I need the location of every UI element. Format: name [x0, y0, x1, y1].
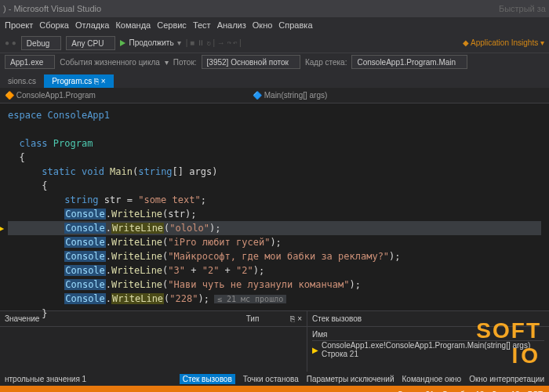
tab-other[interactable]: sions.cs	[0, 74, 44, 88]
stackframe-dropdown[interactable]: ConsoleApp1.Program.Main	[351, 55, 467, 69]
stack-label: Кадр стека:	[305, 58, 347, 67]
app-insights[interactable]: ◆ Application Insights ▾	[463, 38, 544, 47]
tab-program-cs[interactable]: Program.cs ⎘ ×	[44, 74, 114, 88]
menu-test[interactable]: Тест	[193, 20, 211, 30]
menu-project[interactable]: Проект	[5, 20, 33, 30]
document-tabs: sions.cs Program.cs ⎘ ×	[0, 71, 549, 88]
menu-build[interactable]: Сборка	[39, 20, 69, 30]
menu-analyze[interactable]: Анализ	[217, 20, 246, 30]
window-title: ) - Microsoft Visual Studio	[3, 4, 101, 13]
menu-tools[interactable]: Сервис	[157, 20, 187, 30]
footer-tab-command[interactable]: Командное окно	[402, 375, 462, 383]
pin-icon[interactable]: ⎘	[94, 77, 99, 85]
continue-label: Продолжить	[129, 38, 173, 47]
thread-label: Поток:	[173, 58, 197, 67]
arrow-icon: ▶	[312, 346, 318, 354]
thread-dropdown[interactable]: [3952] Основной поток	[202, 55, 300, 69]
context-scope[interactable]: 🔶 ConsoleApp1.Program	[5, 91, 96, 100]
search-hint[interactable]: Быстрый за	[499, 4, 546, 13]
footer-tabs-row: нтрольные значения 1 Стек вызовов Точки …	[0, 372, 549, 386]
close-icon[interactable]: ×	[101, 77, 106, 85]
status-bar: Строка 21 Столбец 13 Знак 13 ВСТ	[0, 386, 549, 392]
debug-toolbar: App1.exe События жизненного цикла ▾ Пото…	[0, 53, 549, 71]
perf-hint: ≤ 21 мс прошло	[214, 295, 286, 303]
title-bar: ) - Microsoft Visual Studio Быстрый за	[0, 0, 549, 17]
config-dropdown[interactable]: Debug	[21, 36, 61, 50]
callstack-col-name: Имя	[312, 330, 544, 341]
menu-bar: Проект Сборка Отладка Команда Сервис Тес…	[0, 17, 549, 33]
context-method[interactable]: 🔷 Main(string[] args)	[253, 91, 327, 100]
footer-tab-exceptions[interactable]: Параметры исключений	[307, 375, 394, 383]
menu-team[interactable]: Команда	[115, 20, 151, 30]
code-editor[interactable]: espace ConsoleApp1 class Program { stati…	[0, 103, 549, 310]
menu-help[interactable]: Справка	[278, 20, 312, 30]
menu-debug[interactable]: Отладка	[75, 20, 109, 30]
execution-pointer-icon: ▶	[0, 221, 4, 235]
context-bar: 🔶 ConsoleApp1.Program 🔷 Main(string[] ar…	[0, 88, 549, 103]
footer-tab-callstack[interactable]: Стек вызовов	[180, 374, 235, 384]
callstack-row[interactable]: ▶ ConsoleApp1.exe!ConsoleApp1.Program.Ma…	[312, 341, 544, 358]
menu-window[interactable]: Окно	[253, 20, 273, 30]
footer-tab-immediate[interactable]: Окно интерпретации	[469, 375, 544, 383]
watch-tab[interactable]: нтрольные значения 1	[5, 375, 86, 383]
footer-tab-breakpoints[interactable]: Точки останова	[243, 375, 299, 383]
continue-button[interactable]: Продолжить ▾	[120, 38, 180, 47]
play-icon	[120, 40, 125, 46]
main-toolbar: ● ● Debug Any CPU Продолжить ▾ | ■ ⏸ ↻ |…	[0, 33, 549, 53]
process-dropdown[interactable]: App1.exe	[5, 55, 55, 69]
platform-dropdown[interactable]: Any CPU	[66, 36, 115, 50]
lifecycle-events[interactable]: События жизненного цикла	[60, 58, 160, 67]
